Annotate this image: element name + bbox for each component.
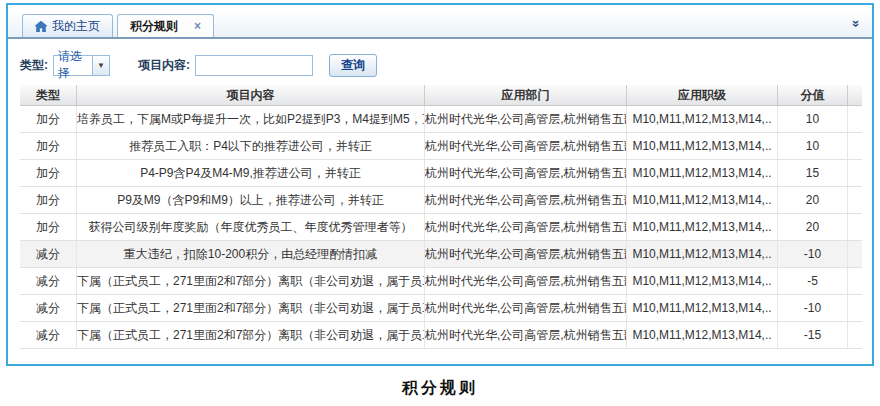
cell-score: -10 [778, 295, 848, 321]
page-title: 积分规则 [0, 378, 880, 399]
header-level[interactable]: 应用职级 [627, 85, 778, 105]
cell-type: 加分 [20, 106, 77, 132]
cell-filler [848, 268, 862, 294]
tab-bar: 我的主页 积分规则 × » [8, 13, 872, 39]
cell-dept: 杭州时代光华,公司高管层,杭州销售五部,.. [425, 295, 627, 321]
cell-score: -15 [778, 322, 848, 348]
header-content[interactable]: 项目内容 [77, 85, 425, 105]
cell-dept: 杭州时代光华,公司高管层,杭州销售五部,.. [425, 322, 627, 348]
cell-type: 减分 [20, 295, 77, 321]
type-select[interactable]: 请选择 ▼ [53, 55, 110, 76]
cell-level: M10,M11,M12,M13,M14,.. [627, 322, 778, 348]
table-row[interactable]: 加分P4-P9含P4及M4-M9,推荐进公司，并转正杭州时代光华,公司高管层,杭… [20, 160, 862, 187]
type-label: 类型: [20, 57, 48, 74]
cell-level: M10,M11,M12,M13,M14,.. [627, 268, 778, 294]
cell-level: M10,M11,M12,M13,M14,.. [627, 241, 778, 267]
table-header: 类型 项目内容 应用部门 应用职级 分值 [20, 85, 862, 106]
cell-content: 下属（正式员工，271里面2和7部分）离职（非公司劝退，属于员工主动离 [77, 295, 425, 321]
cell-type: 减分 [20, 241, 77, 267]
cell-filler [848, 187, 862, 213]
content-frame: 我的主页 积分规则 × » 类型: 请选择 ▼ 项目内容: 查询 类型 项目内容… [6, 3, 874, 366]
cell-dept: 杭州时代光华,公司高管层,杭州销售五部,.. [425, 133, 627, 159]
cell-content: P4-P9含P4及M4-M9,推荐进公司，并转正 [77, 160, 425, 186]
table-row[interactable]: 减分下属（正式员工，271里面2和7部分）离职（非公司劝退，属于员工主动离杭州时… [20, 268, 862, 295]
cell-level: M10,M11,M12,M13,M14,.. [627, 187, 778, 213]
cell-dept: 杭州时代光华,公司高管层,杭州销售五部,.. [425, 241, 627, 267]
table-row[interactable]: 加分推荐员工入职：P4以下的推荐进公司，并转正杭州时代光华,公司高管层,杭州销售… [20, 133, 862, 160]
cell-dept: 杭州时代光华,公司高管层,杭州销售五部,.. [425, 106, 627, 132]
cell-score: 20 [778, 187, 848, 213]
cell-filler [848, 322, 862, 348]
cell-score: 15 [778, 160, 848, 186]
cell-type: 加分 [20, 160, 77, 186]
cell-type: 加分 [20, 214, 77, 240]
collapse-double-chevron-icon[interactable]: » [848, 15, 866, 33]
tab-points-rules[interactable]: 积分规则 × [117, 14, 214, 37]
cell-filler [848, 106, 862, 132]
table-body: 加分培养员工，下属M或P每提升一次，比如P2提到P3，M4提到M5，直接上司加1… [20, 106, 862, 349]
table-row[interactable]: 减分重大违纪，扣除10-200积分，由总经理酌情扣减杭州时代光华,公司高管层,杭… [20, 241, 862, 268]
cell-level: M10,M11,M12,M13,M14,.. [627, 133, 778, 159]
table-row[interactable]: 加分P9及M9（含P9和M9）以上，推荐进公司，并转正杭州时代光华,公司高管层,… [20, 187, 862, 214]
type-select-value: 请选择 [54, 48, 92, 82]
cell-content: 培养员工，下属M或P每提升一次，比如P2提到P3，M4提到M5，直接上司加10 [77, 106, 425, 132]
table-row[interactable]: 加分获得公司级别年度奖励（年度优秀员工、年度优秀管理者等）杭州时代光华,公司高管… [20, 214, 862, 241]
cell-level: M10,M11,M12,M13,M14,.. [627, 106, 778, 132]
close-icon[interactable]: × [194, 21, 201, 31]
cell-level: M10,M11,M12,M13,M14,.. [627, 295, 778, 321]
cell-dept: 杭州时代光华,公司高管层,杭州销售五部,.. [425, 187, 627, 213]
cell-filler [848, 214, 862, 240]
cell-dept: 杭州时代光华,公司高管层,杭州销售五部,.. [425, 214, 627, 240]
table-row[interactable]: 减分下属（正式员工，271里面2和7部分）离职（非公司劝退，属于员工主动离杭州时… [20, 295, 862, 322]
cell-content: 下属（正式员工，271里面2和7部分）离职（非公司劝退，属于员工主动离 [77, 322, 425, 348]
cell-dept: 杭州时代光华,公司高管层,杭州销售五部,.. [425, 160, 627, 186]
cell-content: 重大违纪，扣除10-200积分，由总经理酌情扣减 [77, 241, 425, 267]
header-filler [848, 85, 862, 105]
cell-content: P9及M9（含P9和M9）以上，推荐进公司，并转正 [77, 187, 425, 213]
cell-content: 下属（正式员工，271里面2和7部分）离职（非公司劝退，属于员工主动离 [77, 268, 425, 294]
filter-bar: 类型: 请选择 ▼ 项目内容: 查询 [20, 49, 377, 81]
content-label: 项目内容: [138, 57, 190, 74]
chevron-down-icon[interactable]: ▼ [92, 56, 109, 75]
cell-filler [848, 160, 862, 186]
cell-type: 加分 [20, 187, 77, 213]
home-icon [35, 21, 47, 32]
tab-my-homepage[interactable]: 我的主页 [22, 14, 113, 37]
content-input[interactable] [195, 55, 313, 76]
cell-dept: 杭州时代光华,公司高管层,杭州销售五部,.. [425, 268, 627, 294]
cell-type: 加分 [20, 133, 77, 159]
cell-level: M10,M11,M12,M13,M14,.. [627, 214, 778, 240]
cell-score: 10 [778, 106, 848, 132]
cell-content: 推荐员工入职：P4以下的推荐进公司，并转正 [77, 133, 425, 159]
cell-score: 10 [778, 133, 848, 159]
search-button[interactable]: 查询 [329, 54, 377, 77]
header-dept[interactable]: 应用部门 [425, 85, 627, 105]
cell-score: -5 [778, 268, 848, 294]
cell-type: 减分 [20, 268, 77, 294]
tab-label: 积分规则 [130, 18, 178, 35]
header-score[interactable]: 分值 [778, 85, 848, 105]
rules-table: 类型 项目内容 应用部门 应用职级 分值 加分培养员工，下属M或P每提升一次，比… [20, 85, 862, 349]
cell-filler [848, 133, 862, 159]
table-row[interactable]: 减分下属（正式员工，271里面2和7部分）离职（非公司劝退，属于员工主动离杭州时… [20, 322, 862, 349]
header-type[interactable]: 类型 [20, 85, 77, 105]
tab-label: 我的主页 [52, 18, 100, 35]
cell-type: 减分 [20, 322, 77, 348]
cell-level: M10,M11,M12,M13,M14,.. [627, 160, 778, 186]
cell-score: 20 [778, 214, 848, 240]
cell-content: 获得公司级别年度奖励（年度优秀员工、年度优秀管理者等） [77, 214, 425, 240]
cell-filler [848, 241, 862, 267]
cell-filler [848, 295, 862, 321]
cell-score: -10 [778, 241, 848, 267]
table-row[interactable]: 加分培养员工，下属M或P每提升一次，比如P2提到P3，M4提到M5，直接上司加1… [20, 106, 862, 133]
